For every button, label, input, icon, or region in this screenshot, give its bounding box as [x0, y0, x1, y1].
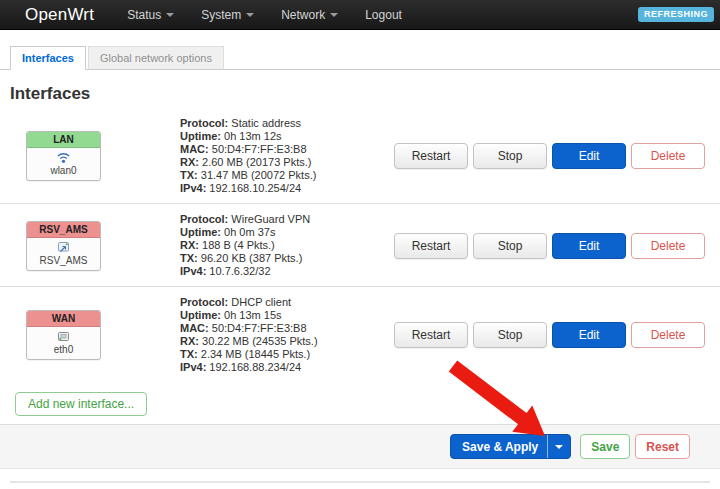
menu-system[interactable]: System: [201, 8, 254, 22]
wifi-icon: [27, 151, 100, 164]
save-apply-dropdown-toggle[interactable]: [547, 435, 570, 458]
interfaces-table: LAN wlan0 Protocol: Static address Uptim…: [0, 108, 720, 382]
interface-actions: Restart Stop Edit Delete: [394, 233, 705, 259]
refreshing-status-badge[interactable]: REFRESHING: [638, 7, 714, 22]
delete-button[interactable]: Delete: [631, 143, 705, 169]
top-navbar: OpenWrt Status System Network Logout REF…: [0, 0, 720, 30]
restart-button[interactable]: Restart: [394, 233, 468, 259]
detail-rx: RX: 30.22 MB (24535 Pkts.): [180, 335, 394, 348]
delete-button[interactable]: Delete: [631, 233, 705, 259]
detail-tx: TX: 31.47 MB (20072 Pkts.): [180, 169, 394, 182]
detail-label: Protocol:: [180, 296, 228, 308]
delete-button[interactable]: Delete: [631, 322, 705, 348]
detail-label: RX:: [180, 156, 199, 168]
save-apply-label[interactable]: Save & Apply: [451, 435, 547, 458]
interface-box-lan: LAN wlan0: [26, 131, 101, 181]
chevron-down-icon: [246, 13, 254, 17]
add-new-interface-button[interactable]: Add new interface...: [15, 392, 147, 416]
detail-label: Uptime:: [180, 309, 221, 321]
detail-value: 0h 13m 12s: [224, 130, 281, 142]
chevron-down-icon: [166, 13, 174, 17]
detail-label: IPv4:: [180, 361, 206, 373]
detail-value: 188 B (4 Pkts.): [202, 239, 275, 251]
detail-protocol: Protocol: Static address: [180, 117, 394, 130]
stop-button[interactable]: Stop: [473, 322, 547, 348]
detail-label: IPv4:: [180, 182, 206, 194]
detail-label: TX:: [180, 169, 198, 181]
detail-label: RX:: [180, 335, 199, 347]
menu-network-label: Network: [281, 8, 325, 22]
detail-mac: MAC: 50:D4:F7:FF:E3:B8: [180, 143, 394, 156]
interface-row-lan: LAN wlan0 Protocol: Static address Uptim…: [0, 108, 720, 203]
restart-button[interactable]: Restart: [394, 143, 468, 169]
detail-value: 192.168.10.254/24: [209, 182, 301, 194]
detail-label: MAC:: [180, 322, 209, 334]
detail-value: DHCP client: [231, 296, 291, 308]
tab-interfaces[interactable]: Interfaces: [10, 46, 86, 70]
detail-ipv4: IPv4: 192.168.10.254/24: [180, 182, 394, 195]
detail-label: IPv4:: [180, 265, 206, 277]
detail-label: Uptime:: [180, 130, 221, 142]
menu-logout-label: Logout: [365, 8, 402, 22]
detail-value: 50:D4:F7:FF:E3:B8: [212, 143, 307, 155]
tunnel-icon: [27, 241, 100, 254]
detail-value: WireGuard VPN: [231, 213, 310, 225]
detail-value: Static address: [231, 117, 301, 129]
detail-uptime: Uptime: 0h 13m 15s: [180, 309, 394, 322]
interface-row-wan: WAN eth0 Protocol: DHCP client Uptime: 0…: [0, 286, 720, 382]
detail-ipv4: IPv4: 10.7.6.32/32: [180, 265, 394, 278]
reset-button[interactable]: Reset: [635, 434, 690, 459]
save-button[interactable]: Save: [580, 434, 630, 459]
detail-rx: RX: 2.60 MB (20173 Pkts.): [180, 156, 394, 169]
detail-uptime: Uptime: 0h 13m 12s: [180, 130, 394, 143]
detail-value: 2.34 MB (18445 Pkts.): [201, 348, 310, 360]
bottom-divider: [10, 481, 710, 483]
interface-actions: Restart Stop Edit Delete: [394, 143, 705, 169]
detail-uptime: Uptime: 0h 0m 37s: [180, 226, 394, 239]
detail-value: 96.20 KB (387 Pkts.): [201, 252, 303, 264]
detail-label: Protocol:: [180, 213, 228, 225]
detail-value: 2.60 MB (20173 Pkts.): [202, 156, 311, 168]
detail-label: TX:: [180, 348, 198, 360]
detail-value: 0h 13m 15s: [224, 309, 281, 321]
detail-value: 192.168.88.234/24: [209, 361, 301, 373]
menu-status-label: Status: [127, 8, 161, 22]
detail-rx: RX: 188 B (4 Pkts.): [180, 239, 394, 252]
menu-status[interactable]: Status: [127, 8, 174, 22]
detail-value: 50:D4:F7:FF:E3:B8: [212, 322, 307, 334]
stop-button[interactable]: Stop: [473, 143, 547, 169]
detail-ipv4: IPv4: 192.168.88.234/24: [180, 361, 394, 374]
save-apply-button[interactable]: Save & Apply: [450, 434, 571, 459]
detail-mac: MAC: 50:D4:F7:FF:E3:B8: [180, 322, 394, 335]
tab-bar: Interfaces Global network options: [0, 46, 720, 70]
interface-name-badge: RSV_AMS: [27, 222, 100, 238]
interface-name-badge: WAN: [27, 311, 100, 327]
detail-value: 0h 0m 37s: [224, 226, 275, 238]
interface-name-badge: LAN: [27, 132, 100, 148]
detail-label: MAC:: [180, 143, 209, 155]
edit-button[interactable]: Edit: [552, 143, 626, 169]
openwrt-logo: OpenWrt: [25, 5, 94, 25]
detail-value: 10.7.6.32/32: [209, 265, 270, 277]
detail-protocol: Protocol: WireGuard VPN: [180, 213, 394, 226]
tab-global-network-options[interactable]: Global network options: [88, 46, 224, 70]
menu-system-label: System: [201, 8, 241, 22]
interface-box-wan: WAN eth0: [26, 310, 101, 360]
chevron-down-icon: [330, 13, 338, 17]
detail-tx: TX: 2.34 MB (18445 Pkts.): [180, 348, 394, 361]
ethernet-icon: [27, 330, 100, 343]
edit-button[interactable]: Edit: [552, 322, 626, 348]
interface-box-rsv-ams: RSV_AMS RSV_AMS: [26, 221, 101, 271]
detail-label: Protocol:: [180, 117, 228, 129]
interface-actions: Restart Stop Edit Delete: [394, 322, 705, 348]
edit-button[interactable]: Edit: [552, 233, 626, 259]
detail-value: 31.47 MB (20072 Pkts.): [201, 169, 317, 181]
menu-network[interactable]: Network: [281, 8, 338, 22]
menu-logout[interactable]: Logout: [365, 8, 402, 22]
restart-button[interactable]: Restart: [394, 322, 468, 348]
detail-label: RX:: [180, 239, 199, 251]
detail-value: 30.22 MB (24535 Pkts.): [202, 335, 318, 347]
chevron-down-icon: [555, 445, 563, 449]
interface-details: Protocol: Static address Uptime: 0h 13m …: [180, 117, 394, 195]
stop-button[interactable]: Stop: [473, 233, 547, 259]
